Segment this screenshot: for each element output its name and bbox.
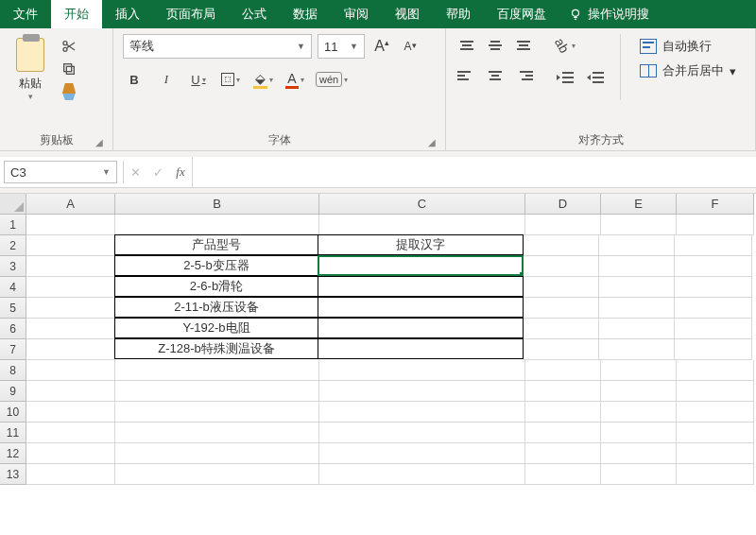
cell-E6[interactable] [599, 319, 675, 339]
cell-B4[interactable]: 2-6-b滑轮 [114, 276, 318, 297]
cell-E3[interactable] [599, 256, 675, 277]
row-header-1[interactable]: 1 [0, 215, 26, 235]
cell-A7[interactable] [26, 339, 115, 360]
cell-C3[interactable] [318, 255, 524, 276]
cell-E1[interactable] [601, 215, 677, 235]
align-bottom-button[interactable] [512, 34, 535, 57]
cell-F2[interactable] [675, 235, 752, 256]
cell-D4[interactable] [524, 277, 599, 298]
col-header-D[interactable]: D [525, 194, 601, 215]
cell-D8[interactable] [525, 360, 601, 381]
cell-A10[interactable] [26, 402, 115, 423]
cell-D13[interactable] [525, 464, 601, 485]
merge-center-button[interactable]: 合并后居中 ▾ [634, 59, 742, 83]
cell-F11[interactable] [677, 423, 754, 443]
cell-A9[interactable] [26, 381, 115, 402]
cell-A6[interactable] [26, 319, 115, 339]
col-header-E[interactable]: E [601, 194, 677, 215]
cell-D12[interactable] [525, 443, 601, 464]
name-box[interactable]: C3 ▼ [4, 161, 117, 183]
cell-A11[interactable] [26, 423, 115, 443]
row-header-2[interactable]: 2 [0, 235, 26, 256]
cell-C8[interactable] [319, 360, 525, 381]
cell-D6[interactable] [524, 319, 599, 339]
clipboard-launcher[interactable]: ◢ [95, 132, 103, 153]
orientation-button[interactable]: ab▾ [554, 34, 576, 57]
cell-B11[interactable] [115, 423, 319, 443]
cell-E13[interactable] [601, 464, 677, 485]
cell-E10[interactable] [601, 402, 677, 423]
cell-E9[interactable] [601, 381, 677, 402]
cell-B13[interactable] [115, 464, 319, 485]
tell-me[interactable]: 操作说明搜 [569, 6, 649, 23]
row-header-5[interactable]: 5 [0, 298, 26, 319]
font-name-select[interactable]: 等线▼ [123, 34, 312, 59]
col-header-A[interactable]: A [26, 194, 115, 215]
cell-B1[interactable] [115, 215, 319, 235]
row-header-9[interactable]: 9 [0, 381, 26, 402]
tab-formula[interactable]: 公式 [229, 0, 280, 28]
cell-D5[interactable] [524, 298, 599, 319]
tab-page-layout[interactable]: 页面布局 [153, 0, 229, 28]
row-header-8[interactable]: 8 [0, 360, 26, 381]
cell-A8[interactable] [26, 360, 115, 381]
select-all-corner[interactable] [0, 194, 26, 215]
cell-C11[interactable] [319, 423, 525, 443]
align-right-button[interactable] [512, 64, 535, 87]
cell-E4[interactable] [599, 277, 675, 298]
cell-E11[interactable] [601, 423, 677, 443]
cell-D1[interactable] [525, 215, 601, 235]
cell-D11[interactable] [525, 423, 601, 443]
cell-F7[interactable] [675, 339, 752, 360]
tab-review[interactable]: 审阅 [331, 0, 382, 28]
cancel-formula-button[interactable]: ✕ [124, 161, 146, 183]
phonetic-button[interactable]: wén▾ [316, 68, 348, 91]
align-top-button[interactable] [455, 34, 478, 57]
cell-F8[interactable] [677, 360, 754, 381]
cell-A1[interactable] [26, 215, 115, 235]
tab-home[interactable]: 开始 [51, 0, 102, 28]
decrease-font-button[interactable]: A [399, 35, 421, 58]
cell-A5[interactable] [26, 298, 115, 319]
row-header-11[interactable]: 11 [0, 423, 26, 443]
font-color-button[interactable]: A▾ [284, 68, 306, 91]
font-launcher[interactable]: ◢ [428, 132, 436, 153]
cell-A13[interactable] [26, 464, 115, 485]
cell-F1[interactable] [677, 215, 754, 235]
cell-D7[interactable] [524, 339, 599, 360]
increase-font-button[interactable]: A [370, 35, 393, 58]
cut-button[interactable] [60, 38, 77, 55]
row-header-13[interactable]: 13 [0, 464, 26, 485]
row-header-10[interactable]: 10 [0, 402, 26, 423]
cell-F9[interactable] [677, 381, 754, 402]
tab-help[interactable]: 帮助 [433, 0, 484, 28]
cell-C12[interactable] [319, 443, 525, 464]
tab-view[interactable]: 视图 [382, 0, 433, 28]
cell-F5[interactable] [675, 298, 752, 319]
cell-F12[interactable] [677, 443, 754, 464]
cell-C5[interactable] [318, 297, 524, 318]
row-header-3[interactable]: 3 [0, 256, 26, 277]
cell-B10[interactable] [115, 402, 319, 423]
cell-F4[interactable] [675, 277, 752, 298]
cell-E12[interactable] [601, 443, 677, 464]
row-header-12[interactable]: 12 [0, 443, 26, 464]
tab-baidu-netdisk[interactable]: 百度网盘 [484, 0, 559, 28]
format-painter-button[interactable] [60, 83, 77, 100]
cell-C6[interactable] [318, 318, 524, 338]
cell-F13[interactable] [677, 464, 754, 485]
cell-E8[interactable] [601, 360, 677, 381]
tab-file[interactable]: 文件 [0, 0, 51, 28]
cell-D9[interactable] [525, 381, 601, 402]
italic-button[interactable]: I [155, 68, 178, 91]
cell-E5[interactable] [599, 298, 675, 319]
underline-button[interactable]: U▾ [187, 68, 210, 91]
cell-B9[interactable] [115, 381, 319, 402]
cell-B12[interactable] [115, 443, 319, 464]
tab-insert[interactable]: 插入 [102, 0, 153, 28]
cell-A4[interactable] [26, 277, 115, 298]
fill-color-button[interactable]: ⬙▾ [251, 68, 274, 91]
cell-D10[interactable] [525, 402, 601, 423]
cell-D3[interactable] [524, 256, 599, 277]
cell-B7[interactable]: Z-128-b特殊测温设备 [114, 338, 318, 359]
